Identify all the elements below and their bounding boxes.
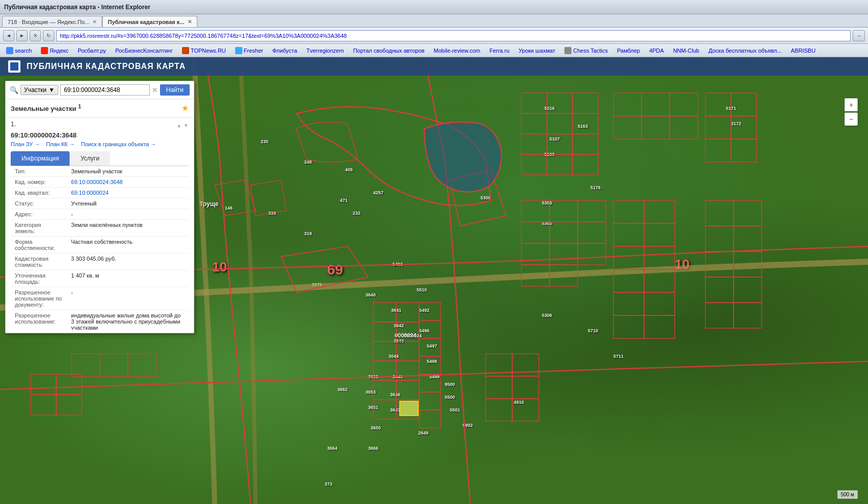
- title-bar: Публичная кадастровая карта - Internet E…: [0, 0, 868, 14]
- info-row: Кад. номер:69:10:0000024:3648: [11, 177, 189, 188]
- address-bar[interactable]: http://pkk5.rosreestr.ru/#x=3967000.6288…: [56, 30, 851, 41]
- back-button[interactable]: ◄: [3, 30, 14, 41]
- info-value: Земли населённых пунктов: [67, 220, 189, 237]
- bookmark-flibusta[interactable]: Флибуста: [268, 45, 302, 56]
- info-row: Уточненная площадь:1 407 кв. м: [11, 270, 189, 287]
- bookmark-nnm[interactable]: NNM-Club: [669, 45, 703, 56]
- map-header: ПУБЛИЧНАЯ КАДАСТРОВАЯ КАРТА: [0, 57, 868, 76]
- tabs-bar: 718 · Входящие — Яндекс.По... ✕ Публична…: [0, 14, 868, 28]
- info-row: Категория земель:Земли населённых пункто…: [11, 220, 189, 237]
- info-value: индивидуальные жилые дома высотой до 3 э…: [67, 310, 189, 330]
- info-link[interactable]: 69:10:0000024: [71, 190, 108, 196]
- bookmark-icon: [6, 47, 13, 54]
- bookmark-4pda[interactable]: 4PDA: [645, 45, 668, 56]
- search-button[interactable]: Найти: [160, 84, 190, 96]
- bookmark-icon: [235, 47, 242, 54]
- plan-kk-link[interactable]: План КК →: [46, 141, 75, 147]
- results-header: Земельные участки 1 ★: [6, 99, 194, 118]
- info-key: Кадастровая стоимость:: [11, 254, 67, 270]
- tab-map[interactable]: Публичная кадастровая к... ✕: [102, 16, 197, 27]
- browser-title: Публичная кадастровая карта - Internet E…: [4, 4, 150, 11]
- stop-button[interactable]: ✕: [30, 30, 41, 41]
- info-key: Тип:: [11, 166, 67, 177]
- bookmark-topnews[interactable]: TOPNews.RU: [178, 45, 230, 56]
- refresh-button[interactable]: ↻: [43, 30, 54, 41]
- bookmark-icon: [182, 47, 189, 54]
- info-value[interactable]: 69:10:0000024: [67, 188, 189, 198]
- bookmark-rbk[interactable]: РосБизнесКонсалтинг: [111, 45, 176, 56]
- info-key: Статус:: [11, 198, 67, 209]
- search-input[interactable]: [60, 84, 150, 96]
- info-row: Тип:Земельный участок: [11, 166, 189, 177]
- map-title: ПУБЛИЧНАЯ КАДАСТРОВАЯ КАРТА: [27, 62, 186, 71]
- nav-bar: ◄ ► ✕ ↻ http://pkk5.rosreestr.ru/#x=3967…: [0, 28, 868, 44]
- tab-info[interactable]: Информация: [11, 151, 70, 166]
- bookmark-fresher[interactable]: Fresher: [231, 45, 267, 56]
- info-value: Земельный участок: [67, 166, 189, 177]
- result-item: 1. ▲ ▼ 69:10:00000024:3648 План ЗУ → Пла…: [6, 118, 194, 333]
- bookmark-search[interactable]: search: [2, 45, 36, 56]
- zoom-in-button[interactable]: +: [844, 98, 858, 111]
- plan-zu-link[interactable]: План ЗУ →: [11, 141, 40, 147]
- forward-button[interactable]: ►: [16, 30, 28, 41]
- bookmarks-bar: search Яндекс Росбалт.ру РосБизнесКонсал…: [0, 44, 868, 57]
- tab-close-icon[interactable]: ✕: [188, 19, 192, 25]
- info-key: Категория земель:: [11, 220, 67, 237]
- bookmark-rosbalt[interactable]: Росбалт.ру: [74, 45, 110, 56]
- results-title: Земельные участки 1: [11, 103, 81, 112]
- bookmark-mobile[interactable]: Mobile-review.com: [429, 45, 484, 56]
- info-value: 3 303 045,06 руб.: [67, 254, 189, 270]
- info-scroll[interactable]: Тип:Земельный участокКад. номер:69:10:00…: [11, 166, 189, 330]
- bookmark-avito[interactable]: Доска бесплатных объявл...: [704, 45, 786, 56]
- arrow-down-icon[interactable]: ▼: [184, 123, 189, 128]
- bookmark-icon: [41, 47, 48, 54]
- bookmark-yandex[interactable]: Яндекс: [37, 45, 73, 56]
- result-links: План ЗУ → План КК → Поиск в границах объ…: [11, 141, 189, 147]
- info-row: Адрес:-: [11, 209, 189, 220]
- bookmark-rambler[interactable]: Рамблер: [613, 45, 644, 56]
- chevron-down-icon: ▼: [49, 86, 55, 94]
- bookmark-chess-tactics[interactable]: Chess Tactics: [560, 45, 612, 56]
- info-value[interactable]: 69:10:0000024:3648: [67, 177, 189, 188]
- bookmark-icon: [564, 47, 572, 54]
- map-logo-icon: [8, 60, 20, 73]
- tab-email[interactable]: 718 · Входящие — Яндекс.По... ✕: [2, 16, 102, 27]
- info-value: -: [67, 287, 189, 310]
- map-container[interactable]: ПУБЛИЧНАЯ КАДАСТРОВАЯ КАРТА 🔍 Участки ▼ …: [0, 57, 868, 504]
- info-key: Кад. квартал:: [11, 188, 67, 198]
- tab-services[interactable]: Услуги: [70, 151, 110, 166]
- info-value: Учтенный: [67, 198, 189, 209]
- highlighted-parcel: [399, 401, 419, 416]
- info-key: Разрешенное использование по документу:: [11, 287, 67, 310]
- go-button[interactable]: →: [853, 30, 865, 41]
- info-key: Уточненная площадь:: [11, 270, 67, 287]
- bookmark-ferra[interactable]: Ferra.ru: [485, 45, 513, 56]
- search-type-dropdown[interactable]: Участки ▼: [20, 85, 58, 95]
- bookmark-abris[interactable]: ABRISBU: [787, 45, 819, 56]
- info-tabs: Информация Услуги: [11, 151, 189, 166]
- bookmark-tver[interactable]: Tverregionzem: [302, 45, 348, 56]
- search-bounds-link[interactable]: Поиск в границах объекта →: [81, 141, 156, 147]
- bookmark-portal[interactable]: Портал свободных авторов: [349, 45, 429, 56]
- info-row: Статус:Учтенный: [11, 198, 189, 209]
- info-key: Кад. номер:: [11, 177, 67, 188]
- info-row: Кад. квартал:69:10:0000024: [11, 188, 189, 198]
- scale-bar: 500 м: [837, 490, 858, 499]
- info-value: 1 407 кв. м: [67, 270, 189, 287]
- info-key: Разрешенное использование:: [11, 310, 67, 330]
- bookmark-chess-lessons[interactable]: Уроки шахмат: [515, 45, 560, 56]
- arrow-up-icon[interactable]: ▲: [176, 123, 181, 128]
- result-number: 1.: [11, 121, 16, 128]
- info-table: Тип:Земельный участокКад. номер:69:10:00…: [11, 166, 189, 330]
- info-link[interactable]: 69:10:0000024:3648: [71, 179, 123, 185]
- info-row: Форма собственности:Частная собственност…: [11, 237, 189, 254]
- zoom-out-button[interactable]: −: [844, 112, 858, 126]
- favorite-star-icon[interactable]: ★: [181, 103, 189, 113]
- info-key: Форма собственности:: [11, 237, 67, 254]
- parcel-label-0000024: 0000024: [395, 332, 417, 338]
- cadastr-id: 69:10:00000024:3648: [11, 131, 189, 139]
- clear-icon[interactable]: ✕: [152, 86, 158, 94]
- map-controls: + −: [844, 98, 858, 126]
- tab-close-icon[interactable]: ✕: [93, 19, 97, 25]
- info-value: -: [67, 209, 189, 220]
